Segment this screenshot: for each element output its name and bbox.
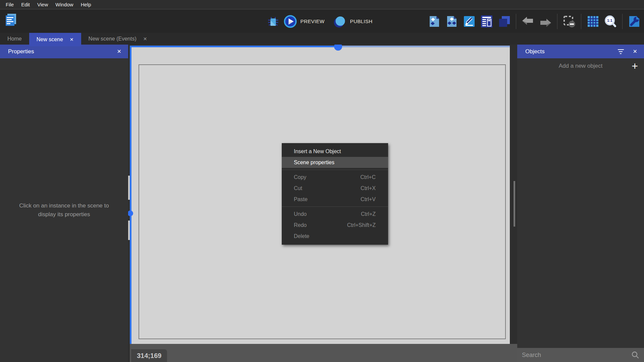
tab-new-scene-events[interactable]: New scene (Events) ✕ xyxy=(81,33,155,45)
toolbar-separator xyxy=(581,14,581,29)
toolbar-right: 1:1 xyxy=(427,9,641,33)
tab-new-scene[interactable]: New scene ✕ xyxy=(29,33,81,46)
add-object-row[interactable]: Add a new object + xyxy=(517,58,644,74)
context-menu-item-insert-new-object[interactable]: Insert a New Object xyxy=(282,146,388,157)
objects-panel-title: Objects xyxy=(525,48,545,55)
instances-list-icon[interactable] xyxy=(480,14,494,28)
objects-editor-icon[interactable] xyxy=(427,14,441,28)
context-menu-item-redo: Redo Ctrl+Shift+Z xyxy=(282,220,388,231)
tab-home[interactable]: Home xyxy=(0,33,29,45)
properties-empty-message: Click on an instance in the scene to dis… xyxy=(0,201,128,219)
objects-search-bar xyxy=(517,348,644,362)
properties-pencil-icon[interactable] xyxy=(462,14,476,28)
search-icon[interactable] xyxy=(631,351,639,359)
properties-panel: Properties ✕ Click on an instance in the… xyxy=(0,45,128,362)
deselect-all-icon[interactable] xyxy=(562,14,576,28)
publish-button[interactable]: PUBLISH xyxy=(333,14,378,28)
objects-panel: Objects ✕ Add a new object + xyxy=(517,45,644,362)
context-menu: Insert a New Object Scene properties Cop… xyxy=(282,143,388,245)
vertical-scrollbar-thumb[interactable] xyxy=(514,181,515,227)
context-menu-item-paste: Paste Ctrl+V xyxy=(282,194,388,205)
close-icon[interactable]: ✕ xyxy=(633,48,637,55)
menu-file[interactable]: File xyxy=(2,0,17,9)
menu-edit[interactable]: Edit xyxy=(17,0,34,9)
object-groups-editor-icon[interactable] xyxy=(445,14,459,28)
plus-icon[interactable]: + xyxy=(632,59,638,73)
publish-globe-icon xyxy=(333,14,347,28)
scene-settings-wrench-icon[interactable] xyxy=(627,14,641,28)
tab-new-scene-label: New scene xyxy=(37,37,63,43)
undo-icon[interactable] xyxy=(521,14,535,28)
debugger-icon[interactable] xyxy=(266,14,280,28)
add-object-label: Add a new object xyxy=(517,63,644,69)
svg-text:1:1: 1:1 xyxy=(607,18,612,22)
objects-panel-header: Objects ✕ xyxy=(517,45,644,58)
close-icon[interactable]: ✕ xyxy=(70,37,74,42)
preview-button[interactable]: PREVIEW xyxy=(283,14,330,28)
preview-play-icon xyxy=(283,14,298,28)
horizontal-scrollbar-track[interactable] xyxy=(130,344,517,362)
toggle-grid-icon[interactable] xyxy=(586,14,600,28)
left-scrollbar-thumb[interactable] xyxy=(128,221,130,240)
context-menu-separator xyxy=(282,170,388,170)
toolbar-separator xyxy=(516,14,516,29)
properties-panel-header: Properties ✕ xyxy=(0,45,128,58)
layers-icon[interactable] xyxy=(497,14,511,28)
menu-bar: File Edit View Window Help xyxy=(0,0,644,9)
tab-new-scene-events-label: New scene (Events) xyxy=(89,36,137,42)
toolbar-center: PREVIEW PUBLISH xyxy=(266,9,378,33)
editor-tab-bar: Home New scene ✕ New scene (Events) ✕ xyxy=(0,33,644,45)
properties-panel-title: Properties xyxy=(8,48,34,55)
preview-label: PREVIEW xyxy=(301,18,325,24)
main-toolbar: PREVIEW PUBLISH xyxy=(0,9,644,33)
context-menu-item-scene-properties[interactable]: Scene properties xyxy=(282,157,388,168)
context-menu-item-cut: Cut Ctrl+X xyxy=(282,183,388,194)
search-input[interactable] xyxy=(522,352,631,359)
context-menu-item-undo: Undo Ctrl+Z xyxy=(282,208,388,220)
menu-help[interactable]: Help xyxy=(77,0,95,9)
context-menu-item-delete: Delete xyxy=(282,231,388,242)
redo-icon[interactable] xyxy=(538,14,552,28)
zoom-1-1-icon[interactable]: 1:1 xyxy=(603,14,618,28)
close-icon[interactable]: ✕ xyxy=(117,48,121,55)
toolbar-separator xyxy=(557,14,557,29)
project-manager-icon[interactable] xyxy=(3,12,19,27)
publish-label: PUBLISH xyxy=(350,18,372,24)
context-menu-separator xyxy=(282,206,388,207)
mouse-coordinates-badge: 314;169 xyxy=(131,349,167,362)
tab-home-label: Home xyxy=(7,36,22,42)
menu-window[interactable]: Window xyxy=(52,0,77,9)
close-icon[interactable]: ✕ xyxy=(143,36,147,42)
menu-view[interactable]: View xyxy=(34,0,52,9)
left-scrollbar-thumb[interactable] xyxy=(128,176,130,200)
context-menu-item-copy: Copy Ctrl+C xyxy=(282,172,388,183)
toolbar-separator xyxy=(622,14,623,29)
filter-icon[interactable] xyxy=(618,49,624,54)
